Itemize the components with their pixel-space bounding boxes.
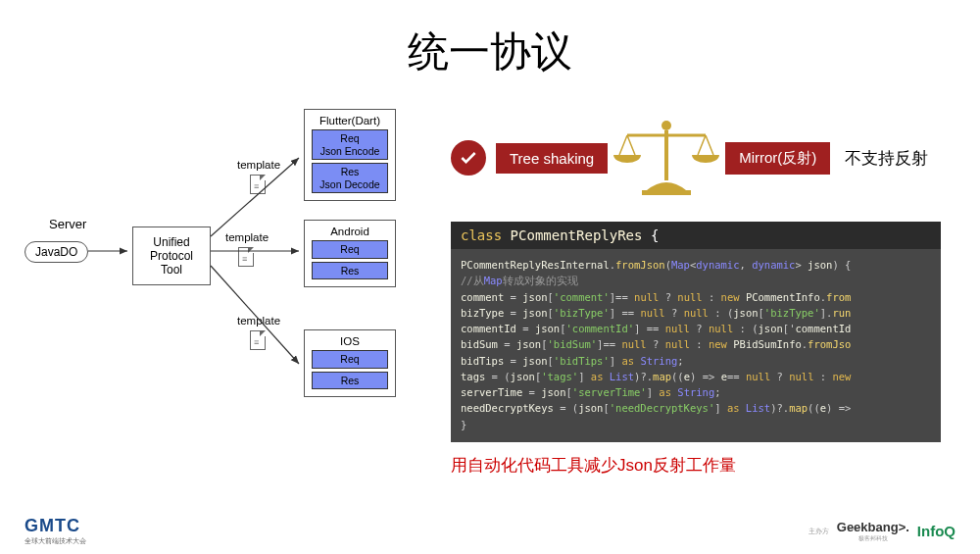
svg-line-9 (698, 135, 706, 155)
svg-point-4 (662, 121, 671, 130)
no-reflection-label: 不支持反射 (845, 147, 928, 170)
android-box: Android Req Res (304, 220, 396, 287)
footer: GMTC 全球大前端技术大会 主办方 Geekbang>.极客邦科技 InfoQ (0, 516, 980, 546)
document-icon (250, 175, 266, 194)
document-icon (238, 247, 254, 267)
android-res: Res (312, 262, 388, 280)
ios-title: IOS (312, 335, 388, 347)
template-label: template (237, 315, 280, 327)
template-label: template (225, 231, 269, 243)
flutter-res: ResJson Decode (312, 163, 388, 193)
geekbang-logo: Geekbang>. (837, 520, 909, 534)
mirror-tag: Mirror(反射) (725, 142, 830, 175)
unified-protocol-tool-node: Unified Protocol Tool (132, 227, 211, 285)
ios-req: Req (312, 350, 388, 369)
tree-shaking-tag: Tree shaking (496, 143, 608, 174)
svg-rect-11 (642, 190, 691, 195)
balance-scale-row: Tree shaking Mirror(反射) 不支持反射 (451, 114, 941, 202)
svg-line-10 (706, 135, 713, 155)
architecture-diagram: Server JavaDO Unified Protocol Tool temp… (0, 114, 441, 437)
code-class-declaration: class PCommentReplyRes { (451, 222, 941, 249)
checkmark-icon (451, 140, 486, 176)
caption-text: 用自动化代码工具减少Json反射工作量 (451, 454, 941, 477)
infoq-logo: InfoQ (917, 523, 956, 539)
code-snippet: class PCommentReplyRes { PCommentReplyRe… (451, 222, 941, 442)
gmtc-logo: GMTC 全球大前端技术大会 (24, 516, 86, 546)
android-title: Android (312, 226, 388, 237)
svg-line-7 (619, 135, 627, 155)
svg-line-8 (627, 135, 635, 155)
flutter-req: ReqJson Encode (312, 129, 388, 160)
flutter-title: Flutter(Dart) (312, 115, 388, 126)
server-label: Server (49, 217, 86, 231)
balance-scale-icon (608, 114, 725, 202)
footer-sponsors: 主办方 Geekbang>.极客邦科技 InfoQ (808, 520, 956, 543)
document-icon (250, 330, 266, 350)
java-do-node: JavaDO (24, 241, 88, 263)
code-body: PCommentReplyResInternal.fromJson(Map<dy… (451, 249, 941, 442)
page-title: 统一协议 (0, 25, 980, 79)
template-label: template (237, 159, 280, 171)
flutter-box: Flutter(Dart) ReqJson Encode ResJson Dec… (304, 109, 396, 201)
ios-res: Res (312, 372, 388, 390)
ios-box: IOS Req Res (304, 329, 396, 397)
android-req: Req (312, 240, 388, 259)
